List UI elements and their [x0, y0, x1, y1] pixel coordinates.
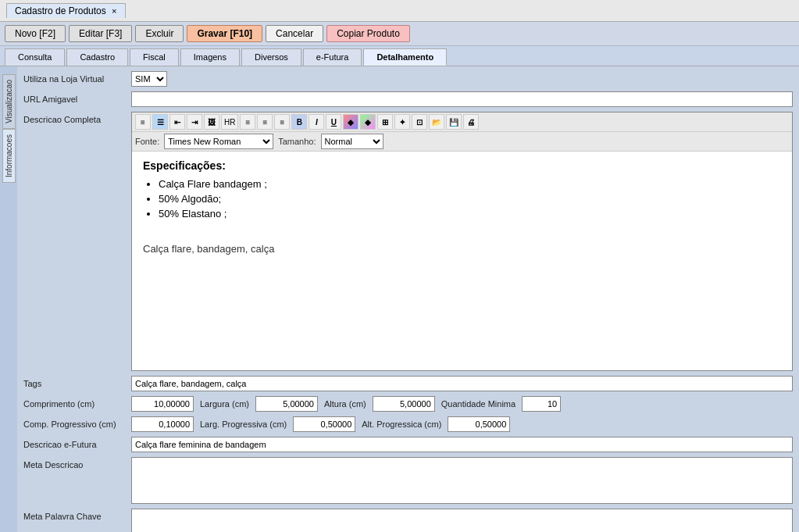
editar-button[interactable]: Editar [F3]: [69, 25, 132, 42]
size-select[interactable]: Normal Pequeno Grande: [321, 134, 383, 149]
ordered-list-icon[interactable]: ≡: [135, 114, 151, 130]
editor-list-item: Calça Flare bandagem ;: [159, 178, 781, 190]
table-icon[interactable]: ⊞: [377, 114, 393, 130]
save-icon[interactable]: 💾: [446, 114, 462, 130]
descricao-completa-label: Descricao Completa: [23, 112, 125, 124]
editor-heading: Especificações:: [143, 159, 781, 172]
title-tab: Cadastro de Produtos ×: [6, 3, 126, 18]
content-area: Utiliza na Loja Virtual SIM NAO URL Amig…: [17, 66, 799, 532]
title-bar: Cadastro de Produtos ×: [0, 0, 799, 22]
template-icon[interactable]: ⊡: [412, 114, 427, 130]
qtd-minima-label: Quantidade Minima: [441, 399, 515, 409]
meta-descricao-label: Meta Descricao: [23, 457, 125, 470]
dimensions-row-2: Comp. Progressivo (cm) Larg. Progressiva…: [23, 416, 793, 432]
utiliza-loja-row: Utiliza na Loja Virtual SIM NAO: [23, 71, 793, 87]
editor-toolbar: ≡ ☰ ⇤ ⇥ 🖼 HR ≡ ≡ ≡ B I U ◆ ◆ ⊞ ✦ ⊡: [132, 112, 792, 132]
underline-icon[interactable]: U: [326, 114, 341, 130]
tabs-nav: Consulta Cadastro Fiscal Imagens Diverso…: [0, 46, 799, 66]
alt-progressiva-label: Alt. Progressica (cm): [362, 420, 441, 429]
tab-efutura[interactable]: e-Futura: [303, 48, 362, 66]
image-icon[interactable]: 🖼: [204, 114, 219, 130]
toolbar: Novo [F2] Editar [F3] Excluir Gravar [F1…: [0, 22, 799, 46]
color2-icon[interactable]: ◆: [360, 114, 376, 130]
descricao-efutura-row: Descricao e-Futura: [23, 437, 793, 452]
meta-descricao-row: Meta Descricao: [23, 457, 793, 504]
url-amigavel-label: URL Amigavel: [23, 95, 125, 104]
meta-descricao-textarea[interactable]: [131, 457, 793, 504]
font-select[interactable]: Times New Roman Arial: [164, 134, 273, 149]
larg-progressiva-input[interactable]: [293, 416, 355, 432]
gravar-button[interactable]: Gravar [F10]: [187, 25, 262, 42]
comprimento-input[interactable]: [131, 396, 194, 412]
editor-list: Calça Flare bandagem ; 50% Algodão; 50% …: [159, 178, 781, 220]
utiliza-loja-select[interactable]: SIM NAO: [131, 71, 167, 87]
tags-row: Tags: [23, 376, 793, 391]
comp-progressivo-input[interactable]: [131, 416, 194, 432]
novo-button[interactable]: Novo [F2]: [5, 25, 66, 42]
main-layout: Visualizacao Informacoes Utiliza na Loja…: [0, 66, 799, 532]
sidebar-visualizacao[interactable]: Visualizacao: [2, 74, 16, 129]
italic-icon[interactable]: I: [309, 114, 324, 130]
tab-imagens[interactable]: Imagens: [180, 48, 240, 66]
url-amigavel-row: URL Amigavel: [23, 91, 793, 107]
descricao-completa-row: Descricao Completa ≡ ☰ ⇤ ⇥ 🖼 HR ≡ ≡ ≡ B …: [23, 112, 793, 371]
align-center-icon[interactable]: ≡: [257, 114, 273, 130]
font-label: Fonte:: [135, 137, 159, 146]
editor-paragraph: Calça flare, bandagem, calça: [143, 243, 781, 255]
align-right-icon[interactable]: ≡: [274, 114, 290, 130]
editor-list-item: 50% Algodão;: [159, 193, 781, 205]
altura-label: Altura (cm): [324, 399, 366, 409]
close-icon[interactable]: ×: [112, 6, 116, 16]
descricao-efutura-input[interactable]: [131, 437, 793, 452]
editor-body[interactable]: Especificações: Calça Flare bandagem ; 5…: [132, 152, 792, 370]
indent-icon[interactable]: ⇥: [187, 114, 202, 130]
print-icon[interactable]: 🖨: [463, 114, 479, 130]
rich-text-editor[interactable]: ≡ ☰ ⇤ ⇥ 🖼 HR ≡ ≡ ≡ B I U ◆ ◆ ⊞ ✦ ⊡: [131, 112, 793, 371]
comprimento-label: Comprimento (cm): [23, 399, 125, 409]
qtd-minima-input[interactable]: [522, 396, 561, 412]
url-amigavel-input[interactable]: [131, 91, 793, 107]
utiliza-loja-label: Utiliza na Loja Virtual: [23, 74, 125, 84]
unordered-list-icon[interactable]: ☰: [152, 114, 168, 130]
cancelar-button[interactable]: Cancelar: [266, 25, 323, 42]
align-left-icon[interactable]: ≡: [240, 114, 255, 130]
comp-progressivo-label: Comp. Progressivo (cm): [23, 420, 125, 429]
tags-input[interactable]: [131, 376, 793, 391]
outdent-icon[interactable]: ⇤: [169, 114, 185, 130]
special-icon[interactable]: ✦: [394, 114, 410, 130]
hr-icon[interactable]: HR: [221, 114, 238, 130]
tab-consulta[interactable]: Consulta: [5, 48, 65, 66]
tags-label: Tags: [23, 379, 125, 388]
editor-font-row: Fonte: Times New Roman Arial Tamanho: No…: [132, 132, 792, 152]
tab-cadastro[interactable]: Cadastro: [66, 48, 128, 66]
largura-input[interactable]: [255, 396, 318, 412]
larg-progressiva-label: Larg. Progressiva (cm): [200, 420, 287, 429]
dimensions-row-1: Comprimento (cm) Largura (cm) Altura (cm…: [23, 396, 793, 412]
meta-palavra-chave-label: Meta Palavra Chave: [23, 509, 125, 521]
descricao-efutura-label: Descricao e-Futura: [23, 440, 125, 449]
size-label: Tamanho:: [278, 137, 316, 146]
meta-palavra-chave-textarea[interactable]: [131, 509, 793, 532]
alt-progressiva-input[interactable]: [448, 416, 510, 432]
editor-list-item: 50% Elastano ;: [159, 208, 781, 220]
open-icon[interactable]: 📂: [429, 114, 444, 130]
tab-diversos[interactable]: Diversos: [241, 48, 301, 66]
largura-label: Largura (cm): [200, 399, 249, 409]
side-labels: Visualizacao Informacoes: [0, 66, 17, 532]
tab-detalhamento[interactable]: Detalhamento: [363, 48, 447, 66]
copiar-button[interactable]: Copiar Produto: [326, 25, 410, 42]
sidebar-informacoes[interactable]: Informacoes: [2, 129, 16, 183]
bold-icon[interactable]: B: [291, 114, 307, 130]
meta-palavra-chave-row: Meta Palavra Chave: [23, 509, 793, 532]
altura-input[interactable]: [373, 396, 435, 412]
color1-icon[interactable]: ◆: [343, 114, 358, 130]
title-text: Cadastro de Produtos: [15, 5, 106, 16]
excluir-button[interactable]: Excluir: [135, 25, 184, 42]
tab-fiscal[interactable]: Fiscal: [130, 48, 179, 66]
